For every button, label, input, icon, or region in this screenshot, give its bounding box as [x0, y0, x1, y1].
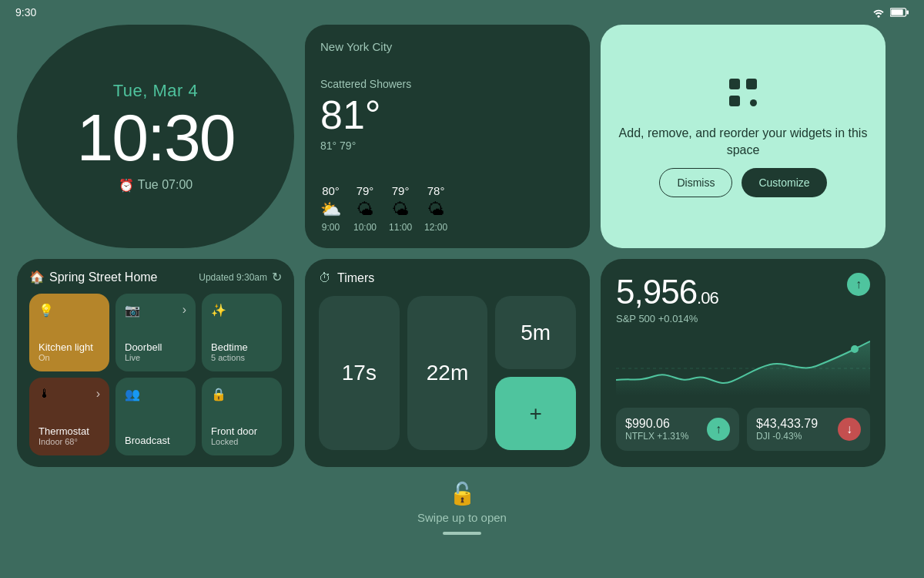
main-grid: Tue, Mar 4 10:30 ⏰ Tue 07:00 New York Ci… [0, 25, 924, 475]
tile-icon: ✨ [211, 303, 226, 318]
dismiss-button[interactable]: Dismiss [659, 168, 732, 197]
svg-rect-2 [891, 9, 902, 15]
promo-card: Add, remove, and reorder your widgets in… [601, 25, 886, 248]
tile-sub: Live [125, 353, 186, 362]
timers-grid: 17s22m5m+ [319, 296, 576, 450]
forecast-item: 80° ⛅ 9:00 [320, 184, 341, 233]
tile-icon: 🔒 [211, 387, 226, 402]
weather-card: New York City Scattered Showers 81° 81° … [305, 25, 590, 248]
tile-icon: 👥 [125, 387, 140, 402]
home-tile[interactable]: 🔒 Front door Locked [202, 378, 282, 455]
wifi-icon [872, 7, 886, 18]
forecast-item: 79° 🌤 10:00 [353, 184, 377, 233]
home-updated: Updated 9:30am [199, 272, 267, 283]
forecast-item: 79° 🌤 11:00 [389, 184, 412, 233]
customize-button[interactable]: Customize [742, 168, 826, 197]
timer-22m[interactable]: 22m [407, 296, 488, 450]
stock-direction-icon: ↑ [707, 418, 730, 441]
add-timer-button[interactable]: + [495, 377, 576, 450]
weather-forecast: 80° ⛅ 9:00 79° 🌤 10:00 79° 🌤 11:00 78° 🌤… [320, 184, 574, 233]
tile-label: Broadcast [125, 435, 186, 446]
timers-card: ⏱ Timers 17s22m5m+ [305, 259, 590, 467]
stock-name: NTFLX +1.31% [625, 431, 688, 442]
status-bar: 9:30 [0, 0, 924, 25]
alarm-icon: ⏰ [119, 178, 134, 193]
svg-rect-5 [746, 79, 757, 89]
tile-label: Thermostat [38, 425, 100, 437]
tile-arrow: › [182, 303, 186, 317]
stocks-chart [616, 334, 870, 395]
svg-point-9 [851, 345, 859, 353]
tile-sub: Indoor 68° [38, 437, 100, 446]
swipe-bar [443, 532, 481, 535]
home-title: Spring Street Home [49, 271, 158, 284]
svg-rect-6 [729, 96, 740, 106]
tile-arrow: › [96, 387, 100, 401]
tile-label: Bedtime [211, 341, 273, 353]
tile-icon: 💡 [38, 303, 54, 318]
stocks-index: S&P 500 +0.014% [616, 313, 718, 324]
home-tiles-grid: 💡 Kitchen light On 📷 › Doorbell Live ✨ B… [29, 294, 282, 455]
stock-tile: $43,433.79 DJI -0.43% ↓ [747, 408, 870, 451]
tile-label: Front door [211, 425, 273, 437]
stock-direction-icon: ↓ [838, 418, 861, 441]
svg-rect-3 [906, 10, 909, 14]
timer-icon: ⏱ [319, 271, 331, 285]
stocks-trend-up: ↑ [847, 273, 870, 296]
home-tile[interactable]: 📷 › Doorbell Live [116, 294, 196, 371]
home-tile[interactable]: 🌡 › Thermostat Indoor 68° [29, 378, 109, 455]
promo-text: Add, remove, and reorder your widgets in… [616, 125, 870, 160]
bottom-section: 🔓 Swipe up to open [0, 481, 924, 535]
tile-icon: 🌡 [38, 387, 51, 401]
home-card: 🏠 Spring Street Home Updated 9:30am ↻ 💡 … [17, 259, 294, 467]
tile-icon: 📷 [125, 303, 140, 318]
tile-label: Kitchen light [38, 341, 100, 353]
home-tile[interactable]: 💡 Kitchen light On [29, 294, 109, 371]
swipe-label: Swipe up to open [417, 511, 507, 524]
refresh-icon[interactable]: ↻ [272, 270, 282, 284]
stocks-row: $990.06 NTFLX +1.31% ↑ $43,433.79 DJI -0… [616, 408, 870, 451]
promo-buttons: Dismiss Customize [659, 168, 826, 197]
promo-icon [726, 76, 760, 113]
svg-rect-4 [729, 79, 740, 89]
clock-date: Tue, Mar 4 [113, 81, 199, 101]
clock-alarm: ⏰ Tue 07:00 [119, 178, 192, 193]
tile-sub: On [38, 353, 100, 362]
weather-temp-range: 81° 79° [320, 139, 574, 152]
timer-17s[interactable]: 17s [319, 296, 400, 450]
tile-sub: 5 actions [211, 353, 273, 362]
home-tile[interactable]: ✨ Bedtime 5 actions [202, 294, 282, 371]
tile-label: Doorbell [125, 341, 186, 353]
tile-sub: Locked [211, 437, 273, 446]
stock-name: DJI -0.43% [756, 431, 818, 442]
stock-price: $43,433.79 [756, 417, 818, 431]
weather-desc: Scattered Showers [320, 78, 574, 90]
svg-rect-7 [750, 99, 757, 106]
weather-city: New York City [320, 40, 574, 53]
home-tile[interactable]: 👥 Broadcast [116, 378, 196, 455]
weather-temp-main: 81° [320, 92, 574, 138]
timers-title: Timers [337, 271, 374, 285]
lock-icon: 🔓 [449, 481, 476, 506]
clock-time: 10:30 [76, 104, 234, 170]
status-icons [872, 7, 909, 18]
home-icon: 🏠 [29, 270, 45, 284]
timers-header: ⏱ Timers [319, 271, 576, 285]
battery-icon [890, 7, 909, 18]
stock-price: $990.06 [625, 417, 688, 431]
home-header: 🏠 Spring Street Home Updated 9:30am ↻ [29, 270, 282, 284]
clock-card: Tue, Mar 4 10:30 ⏰ Tue 07:00 [17, 25, 294, 248]
timer-5m[interactable]: 5m [495, 296, 576, 369]
stocks-main-value: 5,956.06 [616, 273, 718, 311]
forecast-item: 78° 🌤 12:00 [424, 184, 447, 233]
status-time: 9:30 [15, 6, 36, 18]
stocks-card: 5,956.06 S&P 500 +0.014% ↑ $990.06 NTFLX… [601, 259, 886, 467]
stock-tile: $990.06 NTFLX +1.31% ↑ [616, 408, 739, 451]
svg-point-0 [878, 15, 880, 18]
